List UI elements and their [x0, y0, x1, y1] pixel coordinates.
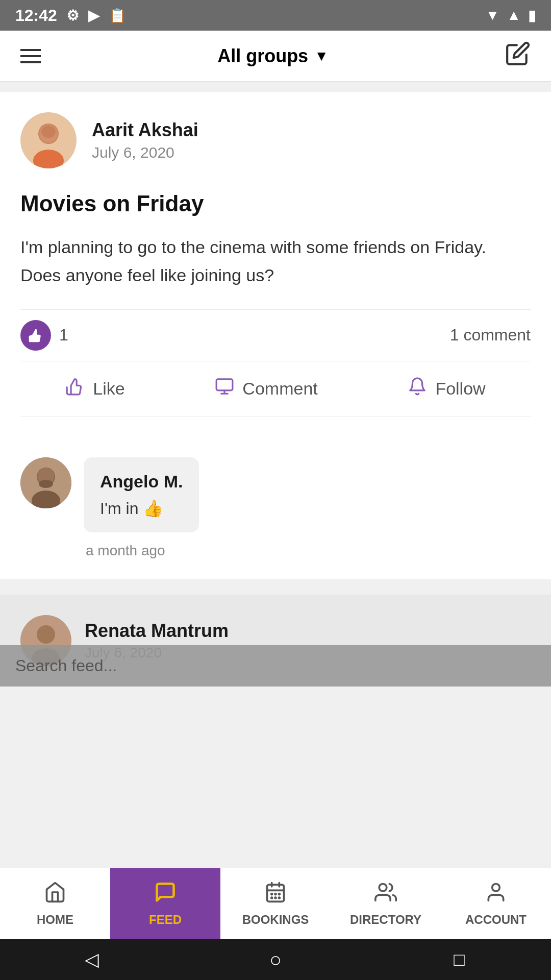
nav-title[interactable]: All groups ▼ [217, 45, 329, 67]
comment-item: Angelo M. I'm in 👍 a month ago [20, 457, 531, 559]
svg-point-4 [41, 126, 56, 138]
section-divider-top [0, 82, 551, 92]
bookings-label: BOOKINGS [242, 913, 309, 927]
action-buttons: Like Comment Follow [20, 361, 531, 416]
home-icon [44, 881, 66, 909]
like-label: Like [93, 379, 124, 399]
nav-title-text: All groups [217, 45, 308, 67]
comments-section: Angelo M. I'm in 👍 a month ago [0, 437, 551, 579]
next-post-preview: Renata Mantrum July 6, 2020 Search feed.… [0, 595, 551, 687]
nav-item-directory[interactable]: DIRECTORY [331, 868, 441, 939]
back-icon: ◁ [85, 949, 99, 970]
home-label: HOME [37, 913, 73, 927]
nav-item-account[interactable]: ACCOUNT [441, 868, 551, 939]
nav-item-feed[interactable]: FEED [110, 868, 220, 939]
play-icon: ▶ [88, 7, 99, 24]
reactions-row: 1 1 comment [20, 309, 531, 361]
status-time: 12:42 [15, 6, 57, 25]
bell-icon [408, 377, 427, 401]
menu-button[interactable] [20, 49, 41, 63]
clipboard-icon: 📋 [109, 7, 127, 24]
like-icon [65, 377, 85, 401]
android-back-button[interactable]: ◁ [77, 944, 107, 975]
svg-point-25 [492, 884, 500, 891]
status-bar: 12:42 ⚙ ▶ 📋 ▼ ▲ ▮ [0, 0, 551, 31]
directory-label: DIRECTORY [350, 913, 421, 927]
account-icon [485, 881, 507, 909]
like-badge [20, 320, 51, 351]
post-title: Movies on Friday [20, 189, 531, 218]
chevron-down-icon: ▼ [314, 48, 329, 64]
commenter-avatar[interactable] [20, 457, 71, 508]
svg-point-24 [379, 884, 387, 891]
comment-label: Comment [242, 379, 317, 399]
author-avatar[interactable] [20, 112, 77, 168]
follow-label: Follow [435, 379, 485, 399]
like-button[interactable]: Like [65, 377, 124, 401]
top-nav: All groups ▼ [0, 31, 551, 82]
search-overlay[interactable]: Search feed... [0, 645, 551, 687]
author-name: Aarit Akshai [92, 119, 198, 141]
comment-text: I'm in 👍 [100, 499, 183, 518]
svg-point-10 [39, 480, 53, 488]
comment-timestamp: a month ago [84, 543, 199, 559]
post-date: July 6, 2020 [92, 144, 198, 161]
settings-icon: ⚙ [66, 7, 79, 24]
android-home-icon: ○ [269, 948, 282, 971]
comment-bubble: Angelo M. I'm in 👍 [84, 457, 199, 532]
comment-icon [215, 377, 234, 401]
bottom-nav: HOME FEED BOOKINGS [0, 868, 551, 939]
post-body: I'm planning to go to the cinema with so… [20, 233, 531, 289]
nav-item-home[interactable]: HOME [0, 868, 110, 939]
svg-rect-5 [217, 379, 233, 390]
post-card: Aarit Akshai July 6, 2020 Movies on Frid… [0, 92, 551, 437]
comment-content: Angelo M. I'm in 👍 a month ago [84, 457, 199, 559]
status-right: ▼ ▲ ▮ [486, 7, 536, 24]
wifi-icon: ▼ [486, 7, 500, 23]
follow-button[interactable]: Follow [408, 377, 485, 401]
signal-icon: ▲ [507, 7, 521, 23]
android-recent-icon: □ [454, 949, 465, 970]
comment-count: 1 comment [450, 326, 531, 345]
status-left: 12:42 ⚙ ▶ 📋 [15, 6, 127, 25]
edit-button[interactable] [505, 41, 531, 71]
comment-author: Angelo M. [100, 472, 183, 492]
search-placeholder-text: Search feed... [15, 656, 117, 675]
nav-item-bookings[interactable]: BOOKINGS [220, 868, 331, 939]
battery-icon: ▮ [528, 7, 536, 24]
comment-button[interactable]: Comment [215, 377, 317, 401]
android-nav: ◁ ○ □ [0, 939, 551, 980]
next-author-name: Renata Mantrum [85, 620, 229, 642]
like-reactions: 1 [20, 320, 68, 351]
bookings-icon [264, 881, 287, 909]
account-label: ACCOUNT [465, 913, 527, 927]
post-author: Aarit Akshai July 6, 2020 [20, 112, 531, 168]
author-info: Aarit Akshai July 6, 2020 [92, 119, 198, 161]
android-recent-button[interactable]: □ [444, 944, 474, 975]
feed-label: FEED [149, 913, 182, 927]
directory-icon [374, 881, 397, 909]
svg-point-12 [37, 625, 55, 644]
like-count: 1 [59, 326, 68, 345]
feed-icon [154, 881, 177, 909]
android-home-button[interactable]: ○ [260, 944, 291, 975]
